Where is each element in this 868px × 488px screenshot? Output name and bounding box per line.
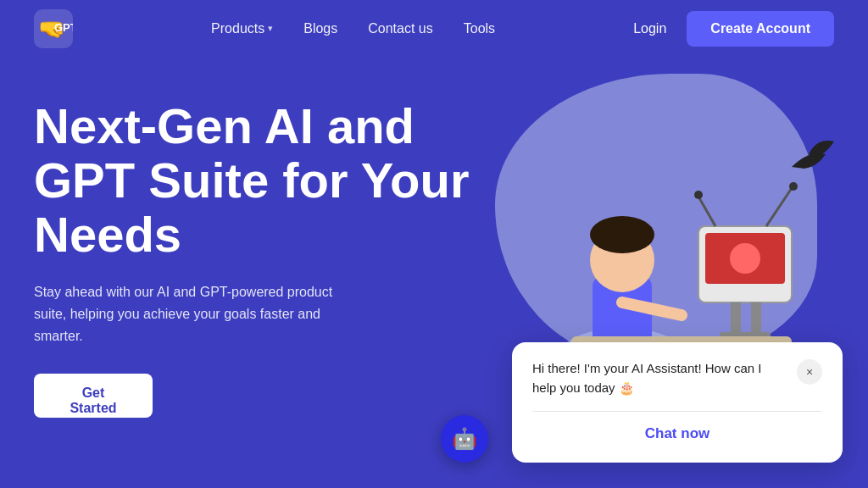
- svg-point-6: [590, 216, 654, 253]
- contact-label: Contact us: [368, 21, 432, 36]
- gpt-logo-icon: 🤜 GPT: [34, 9, 73, 48]
- nav-right: Login Create Account: [633, 11, 834, 47]
- svg-point-11: [694, 191, 703, 199]
- create-account-button[interactable]: Create Account: [687, 11, 834, 47]
- logo[interactable]: 🤜 GPT: [34, 9, 73, 48]
- navbar: 🤜 GPT Products ▾ Blogs Contact us Tools: [0, 0, 868, 57]
- svg-point-13: [789, 182, 798, 191]
- floating-robot-button[interactable]: 🤖: [441, 415, 488, 463]
- robot-icon: 🤖: [452, 427, 477, 451]
- svg-text:GPT: GPT: [54, 21, 73, 34]
- cta-label: Get Started: [70, 385, 116, 415]
- hero-subtitle: Stay ahead with our AI and GPT-powered p…: [34, 281, 356, 347]
- chat-close-button[interactable]: ×: [797, 359, 822, 385]
- chat-divider: [532, 411, 822, 412]
- tools-link[interactable]: Tools: [464, 21, 495, 36]
- chat-message: Hi there! I'm your AI Assistant! How can…: [532, 359, 787, 397]
- nav-item-products[interactable]: Products ▾: [211, 21, 273, 36]
- login-link[interactable]: Login: [633, 21, 666, 36]
- nav-links: Products ▾ Blogs Contact us Tools: [211, 21, 495, 36]
- svg-rect-15: [751, 302, 761, 336]
- chat-popup: Hi there! I'm your AI Assistant! How can…: [512, 342, 843, 463]
- nav-item-contact[interactable]: Contact us: [368, 21, 432, 36]
- tools-label: Tools: [464, 21, 495, 36]
- chat-now-button[interactable]: Chat now: [532, 422, 822, 446]
- create-account-label: Create Account: [710, 21, 810, 36]
- svg-line-12: [766, 188, 792, 226]
- products-label: Products: [211, 21, 264, 36]
- contact-link[interactable]: Contact us: [368, 21, 432, 36]
- svg-rect-14: [731, 302, 741, 336]
- products-link[interactable]: Products ▾: [211, 21, 273, 36]
- blogs-link[interactable]: Blogs: [303, 21, 337, 36]
- close-icon: ×: [806, 365, 813, 379]
- blogs-label: Blogs: [303, 21, 337, 36]
- nav-item-blogs[interactable]: Blogs: [303, 21, 337, 36]
- hero-section: Next-Gen AI and GPT Suite for Your Needs…: [0, 57, 868, 488]
- chat-popup-header: Hi there! I'm your AI Assistant! How can…: [532, 359, 822, 397]
- svg-line-10: [698, 197, 715, 226]
- chevron-down-icon: ▾: [268, 23, 273, 34]
- chat-now-label: Chat now: [645, 425, 710, 441]
- svg-point-9: [730, 243, 760, 274]
- nav-item-tools[interactable]: Tools: [464, 21, 495, 36]
- get-started-button[interactable]: Get Started: [34, 374, 153, 418]
- login-label: Login: [633, 21, 666, 36]
